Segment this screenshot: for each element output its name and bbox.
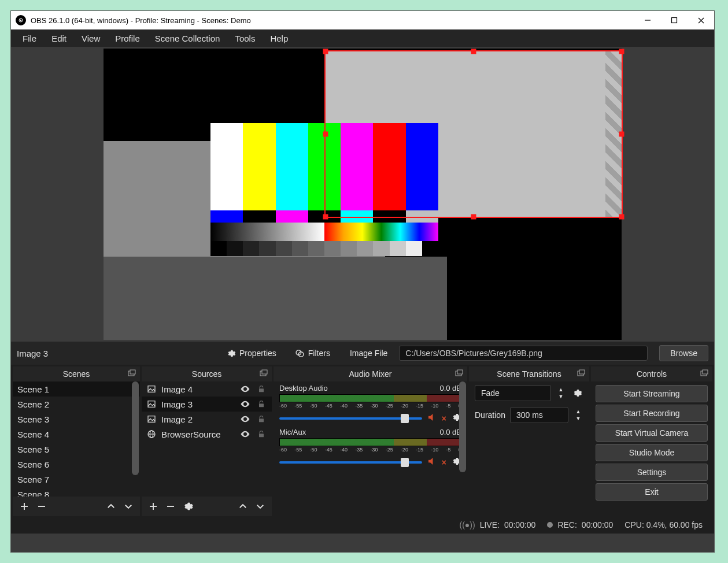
level-meter — [279, 394, 461, 402]
preview-area[interactable] — [11, 47, 714, 342]
scene-row[interactable]: Scene 4 — [13, 427, 140, 442]
source-row[interactable]: Image 3 — [142, 397, 272, 412]
menu-view[interactable]: View — [75, 31, 107, 46]
preview-source-image4 — [210, 123, 438, 256]
scene-row[interactable]: Scene 5 — [13, 442, 140, 457]
remove-source-button[interactable] — [164, 499, 178, 513]
scene-row[interactable]: Scene 1 — [13, 381, 140, 397]
statusbar: ((●)) LIVE: 00:00:00 REC: 00:00:00 CPU: … — [11, 516, 714, 534]
visibility-toggle[interactable] — [239, 428, 251, 440]
menu-profile[interactable]: Profile — [108, 31, 147, 46]
control-button-studio-mode[interactable]: Studio Mode — [596, 444, 708, 461]
scene-row[interactable]: Scene 3 — [13, 412, 140, 427]
visibility-toggle[interactable] — [239, 398, 251, 410]
control-button-exit[interactable]: Exit — [596, 483, 708, 501]
popout-icon[interactable] — [454, 369, 464, 378]
volume-slider[interactable] — [279, 461, 422, 464]
close-icon[interactable]: × — [442, 458, 446, 467]
lock-toggle[interactable] — [256, 428, 267, 440]
lock-toggle[interactable] — [256, 413, 267, 425]
menu-edit[interactable]: Edit — [45, 31, 73, 46]
source-row[interactable]: Image 2 — [142, 412, 272, 427]
close-button[interactable] — [688, 11, 714, 29]
svg-rect-25 — [259, 434, 264, 437]
content-area: Image 3 Properties Filters Image File C:… — [11, 47, 714, 552]
maximize-button[interactable] — [661, 11, 688, 29]
control-button-settings[interactable]: Settings — [596, 464, 708, 481]
minimize-button[interactable] — [634, 11, 661, 29]
menu-help[interactable]: Help — [263, 31, 295, 46]
record-dot-icon — [547, 522, 553, 528]
window-title: OBS 26.1.0 (64-bit, windows) - Profile: … — [31, 16, 634, 25]
close-icon[interactable]: × — [442, 414, 446, 423]
source-down-button[interactable] — [253, 499, 267, 513]
menu-scene-collection[interactable]: Scene Collection — [148, 31, 227, 46]
volume-slider[interactable] — [279, 417, 422, 420]
preview-canvas[interactable] — [104, 49, 622, 340]
selected-source-name: Image 3 — [17, 349, 213, 358]
duration-input[interactable]: 300 ms — [510, 407, 568, 423]
scene-row[interactable]: Scene 2 — [13, 397, 140, 412]
popout-icon[interactable] — [700, 369, 709, 378]
transitions-dock: Scene Transitions Fade ▲▼ Duration 300 m… — [469, 366, 589, 516]
browse-button[interactable]: Browse — [659, 345, 708, 361]
app-window: OBS 26.1.0 (64-bit, windows) - Profile: … — [10, 10, 715, 553]
transitions-header: Scene Transitions — [469, 366, 589, 381]
titlebar: OBS 26.1.0 (64-bit, windows) - Profile: … — [11, 11, 714, 29]
transition-settings-button[interactable] — [571, 387, 583, 399]
lock-toggle[interactable] — [256, 398, 267, 410]
scenes-dock: Scenes Scene 1Scene 2Scene 3Scene 4Scene… — [13, 366, 140, 516]
image-icon — [146, 414, 157, 424]
globe-icon — [146, 429, 157, 439]
meter-ticks: -60-55-50-45-40-35-30-25-20-15-10-50 — [279, 447, 461, 453]
scenes-header: Scenes — [13, 366, 140, 381]
transition-spin[interactable]: ▲▼ — [556, 386, 566, 400]
live-status: ((●)) LIVE: 00:00:00 — [460, 520, 536, 529]
source-name: Image 3 — [161, 399, 235, 409]
lock-toggle[interactable] — [256, 383, 267, 395]
control-button-start-virtual-camera[interactable]: Start Virtual Camera — [596, 424, 708, 442]
image-file-path-input[interactable]: C:/Users/OBS/Pictures/Grey169B.png — [399, 346, 648, 361]
transition-select[interactable]: Fade — [475, 385, 551, 401]
popout-icon[interactable] — [259, 369, 268, 378]
scene-row[interactable]: Scene 7 — [13, 472, 140, 487]
svg-rect-4 — [672, 18, 677, 23]
mute-button[interactable] — [427, 412, 437, 424]
menu-tools[interactable]: Tools — [228, 31, 262, 46]
duration-spin[interactable]: ▲▼ — [573, 408, 583, 422]
properties-button[interactable]: Properties — [220, 346, 282, 361]
audio-mixer-dock: Audio Mixer Desktop Audio0.0 dB-60-55-50… — [274, 366, 467, 516]
source-name: Image 4 — [161, 384, 235, 394]
scene-down-button[interactable] — [121, 499, 135, 513]
svg-rect-30 — [457, 370, 463, 374]
filters-button[interactable]: Filters — [289, 346, 336, 361]
popout-icon[interactable] — [127, 369, 136, 378]
remove-scene-button[interactable] — [35, 499, 49, 513]
visibility-toggle[interactable] — [239, 413, 251, 425]
svg-rect-18 — [148, 401, 155, 408]
scene-up-button[interactable] — [104, 499, 118, 513]
source-row[interactable]: Image 4 — [142, 381, 272, 397]
control-button-start-streaming[interactable]: Start Streaming — [596, 385, 708, 402]
scene-row[interactable]: Scene 6 — [13, 457, 140, 472]
mixer-channel: Mic/Aux0.0 dB-60-55-50-45-40-35-30-25-20… — [274, 425, 467, 469]
mute-button[interactable] — [427, 456, 437, 468]
source-up-button[interactable] — [236, 499, 250, 513]
svg-rect-10 — [130, 370, 135, 374]
scene-row[interactable]: Scene 8 — [13, 487, 140, 497]
menubar: File Edit View Profile Scene Collection … — [11, 29, 714, 47]
scenes-scrollbar[interactable] — [132, 381, 139, 492]
svg-rect-32 — [579, 370, 585, 374]
control-button-start-recording[interactable]: Start Recording — [596, 405, 708, 422]
source-row[interactable]: BrowserSource — [142, 427, 272, 442]
broadcast-icon: ((●)) — [460, 520, 475, 529]
popout-icon[interactable] — [577, 369, 586, 378]
source-properties-button[interactable] — [181, 499, 195, 513]
channel-name: Mic/Aux — [279, 428, 306, 436]
preview-source-browser — [104, 257, 447, 340]
visibility-toggle[interactable] — [239, 383, 251, 395]
mixer-scrollbar[interactable] — [459, 381, 466, 511]
add-source-button[interactable] — [146, 499, 160, 513]
add-scene-button[interactable] — [17, 499, 31, 513]
menu-file[interactable]: File — [16, 31, 43, 46]
